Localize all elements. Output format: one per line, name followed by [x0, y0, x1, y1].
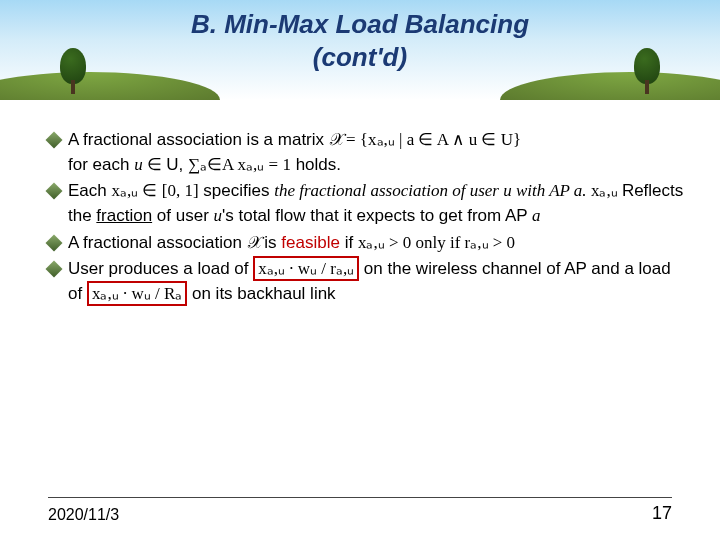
footer-date: 2020/11/3 — [48, 506, 119, 524]
slide-title: B. Min-Max Load Balancing (cont'd) — [0, 8, 720, 73]
bullet-1-text: A fractional association is a matrix 𝒳 =… — [68, 128, 688, 177]
bullet-4: User produces a load of xₐ,ᵤ · wᵤ / rₐ,ᵤ… — [48, 257, 688, 306]
bullet-2: Each xₐ,ᵤ ∈ [0, 1] specifies the fractio… — [48, 179, 688, 228]
hill-left-decoration — [0, 72, 220, 100]
hill-right-decoration — [500, 72, 720, 100]
bullet-icon — [46, 132, 63, 149]
bullet-3: A fractional association 𝒳 is feasible i… — [48, 231, 688, 256]
title-line-1: B. Min-Max Load Balancing — [191, 9, 529, 39]
formula-box-2: xₐ,ᵤ · wᵤ / Rₐ — [87, 281, 187, 306]
bullet-icon — [46, 183, 63, 200]
bullet-4-text: User produces a load of xₐ,ᵤ · wᵤ / rₐ,ᵤ… — [68, 257, 688, 306]
footer-divider — [48, 497, 672, 498]
header-banner: B. Min-Max Load Balancing (cont'd) — [0, 0, 720, 100]
title-line-2: (cont'd) — [313, 42, 407, 72]
slide-body: A fractional association is a matrix 𝒳 =… — [48, 128, 688, 308]
footer-page-number: 17 — [652, 503, 672, 524]
bullet-icon — [46, 234, 63, 251]
bullet-icon — [46, 261, 63, 278]
formula-box-1: xₐ,ᵤ · wᵤ / rₐ,ᵤ — [253, 256, 359, 281]
bullet-2-text: Each xₐ,ᵤ ∈ [0, 1] specifies the fractio… — [68, 179, 688, 228]
bullet-1: A fractional association is a matrix 𝒳 =… — [48, 128, 688, 177]
bullet-3-text: A fractional association 𝒳 is feasible i… — [68, 231, 688, 256]
